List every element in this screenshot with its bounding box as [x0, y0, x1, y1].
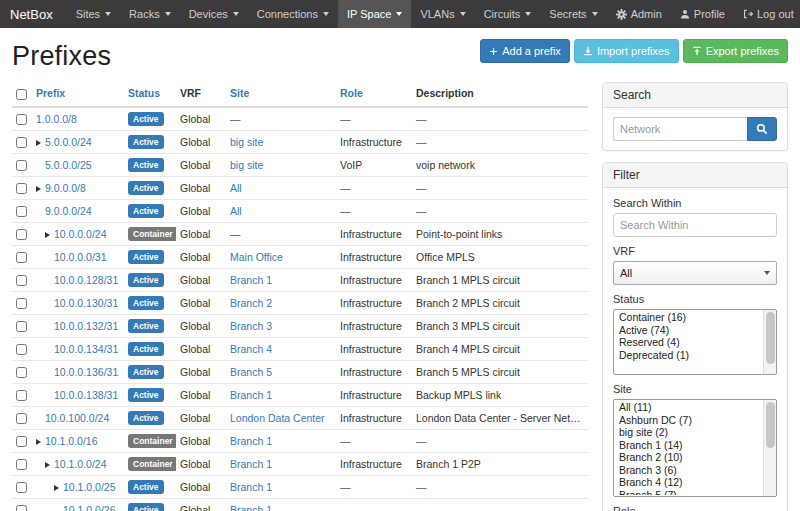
prefix-link[interactable]: 10.0.0.134/31: [54, 343, 118, 355]
row-checkbox[interactable]: [16, 160, 27, 171]
expand-arrow-icon[interactable]: [36, 186, 41, 192]
filter-option[interactable]: Deprecated (1): [615, 349, 762, 362]
filter-option[interactable]: big site (2): [615, 426, 762, 439]
expand-arrow-icon[interactable]: [36, 140, 41, 146]
search-within-input[interactable]: [613, 213, 777, 237]
row-checkbox[interactable]: [16, 390, 27, 401]
filter-option[interactable]: Branch 3 (6): [615, 464, 762, 477]
search-button[interactable]: [747, 117, 777, 141]
nav-item-connections[interactable]: Connections: [248, 0, 338, 28]
prefix-link[interactable]: 10.0.0.132/31: [54, 320, 118, 332]
site-link[interactable]: All: [230, 182, 242, 194]
row-checkbox[interactable]: [16, 183, 27, 194]
prefix-link[interactable]: 10.0.0.0/24: [54, 228, 107, 240]
expand-arrow-icon[interactable]: [45, 232, 50, 238]
row-checkbox[interactable]: [16, 321, 27, 332]
row-checkbox[interactable]: [16, 275, 27, 286]
prefix-link[interactable]: 10.1.0.0/26: [63, 504, 116, 511]
row-checkbox[interactable]: [16, 229, 27, 240]
site-link[interactable]: Branch 1: [230, 481, 272, 493]
row-checkbox[interactable]: [16, 137, 27, 148]
prefix-link[interactable]: 10.0.0.128/31: [54, 274, 118, 286]
column-header-role[interactable]: Role: [336, 82, 412, 107]
scrollbar-thumb[interactable]: [766, 312, 775, 364]
site-link[interactable]: Branch 1: [230, 458, 272, 470]
prefix-link[interactable]: 10.0.100.0/24: [45, 412, 109, 424]
column-header-status[interactable]: Status: [124, 82, 176, 107]
import-prefixes-button[interactable]: Import prefixes: [574, 39, 679, 63]
site-scrollbar[interactable]: [763, 400, 776, 496]
prefix-link[interactable]: 10.0.0.130/31: [54, 297, 118, 309]
filter-option[interactable]: Branch 4 (12): [615, 476, 762, 489]
prefix-link[interactable]: 10.1.0.0/16: [45, 435, 98, 447]
select-all-checkbox[interactable]: [16, 89, 27, 100]
site-link[interactable]: Main Office: [230, 251, 283, 263]
export-prefixes-button[interactable]: Export prefixes: [683, 39, 788, 63]
filter-option[interactable]: Container (16): [615, 311, 762, 324]
filter-option[interactable]: Reserved (4): [615, 336, 762, 349]
site-link[interactable]: Branch 1: [230, 504, 272, 511]
prefix-link[interactable]: 10.1.0.0/25: [63, 481, 116, 493]
prefix-link[interactable]: 9.0.0.0/8: [45, 182, 86, 194]
site-link[interactable]: All: [230, 205, 242, 217]
status-scrollbar[interactable]: [763, 310, 776, 374]
prefix-link[interactable]: 5.0.0.0/24: [45, 136, 92, 148]
row-checkbox[interactable]: [16, 206, 27, 217]
prefix-link[interactable]: 10.0.0.136/31: [54, 366, 118, 378]
row-checkbox[interactable]: [16, 413, 27, 424]
expand-arrow-icon[interactable]: [36, 439, 41, 445]
site-filter-list[interactable]: All (11)Ashburn DC (7)big site (2)Branch…: [613, 399, 777, 497]
filter-option[interactable]: Branch 2 (10): [615, 451, 762, 464]
row-checkbox[interactable]: [16, 367, 27, 378]
nav-item-racks[interactable]: Racks: [120, 0, 180, 28]
nav-item-secrets[interactable]: Secrets: [540, 0, 606, 28]
row-checkbox[interactable]: [16, 436, 27, 447]
row-checkbox[interactable]: [16, 505, 27, 511]
filter-option[interactable]: Branch 5 (7): [615, 489, 762, 496]
prefix-link[interactable]: 10.0.0.138/31: [54, 389, 118, 401]
nav-item-logout[interactable]: Log out: [734, 0, 800, 28]
nav-item-admin[interactable]: Admin: [607, 0, 671, 28]
prefix-link[interactable]: 9.0.0.0/24: [45, 205, 92, 217]
site-link[interactable]: Branch 1: [230, 389, 272, 401]
site-link[interactable]: Branch 2: [230, 297, 272, 309]
prefix-link[interactable]: 1.0.0.0/8: [36, 113, 77, 125]
brand-logo[interactable]: NetBox: [10, 0, 53, 28]
site-link[interactable]: Branch 5: [230, 366, 272, 378]
site-link[interactable]: Branch 1: [230, 274, 272, 286]
filter-option[interactable]: Ashburn DC (7): [615, 414, 762, 427]
nav-item-sites[interactable]: Sites: [67, 0, 120, 28]
prefix-link[interactable]: 5.0.0.0/25: [45, 159, 92, 171]
scrollbar-thumb[interactable]: [766, 402, 775, 448]
column-header-prefix[interactable]: Prefix: [32, 82, 124, 107]
nav-item-circuits[interactable]: Circuits: [475, 0, 541, 28]
filter-option[interactable]: Branch 1 (14): [615, 439, 762, 452]
search-input[interactable]: [613, 117, 747, 141]
row-checkbox[interactable]: [16, 298, 27, 309]
row-checkbox[interactable]: [16, 252, 27, 263]
prefix-link[interactable]: 10.1.0.0/24: [54, 458, 107, 470]
expand-arrow-icon[interactable]: [54, 485, 59, 491]
site-link[interactable]: Branch 3: [230, 320, 272, 332]
filter-option[interactable]: All (11): [615, 401, 762, 414]
row-checkbox[interactable]: [16, 482, 27, 493]
nav-item-vlans[interactable]: VLANs: [411, 0, 474, 28]
expand-arrow-icon[interactable]: [45, 462, 50, 468]
row-checkbox[interactable]: [16, 344, 27, 355]
vrf-select[interactable]: All: [613, 261, 777, 285]
nav-item-ip-space[interactable]: IP Space: [338, 0, 411, 28]
column-header-site[interactable]: Site: [226, 82, 336, 107]
prefix-link[interactable]: 10.0.0.0/31: [54, 251, 107, 263]
row-checkbox[interactable]: [16, 114, 27, 125]
site-link[interactable]: big site: [230, 136, 263, 148]
nav-item-devices[interactable]: Devices: [180, 0, 248, 28]
add-prefix-button[interactable]: Add a prefix: [480, 39, 570, 63]
site-link[interactable]: Branch 1: [230, 435, 272, 447]
site-link[interactable]: London Data Center: [230, 412, 325, 424]
site-link[interactable]: Branch 4: [230, 343, 272, 355]
site-link[interactable]: big site: [230, 159, 263, 171]
filter-option[interactable]: Active (74): [615, 324, 762, 337]
nav-item-profile[interactable]: Profile: [671, 0, 734, 28]
status-filter-list[interactable]: Container (16)Active (74)Reserved (4)Dep…: [613, 309, 777, 375]
row-checkbox[interactable]: [16, 459, 27, 470]
